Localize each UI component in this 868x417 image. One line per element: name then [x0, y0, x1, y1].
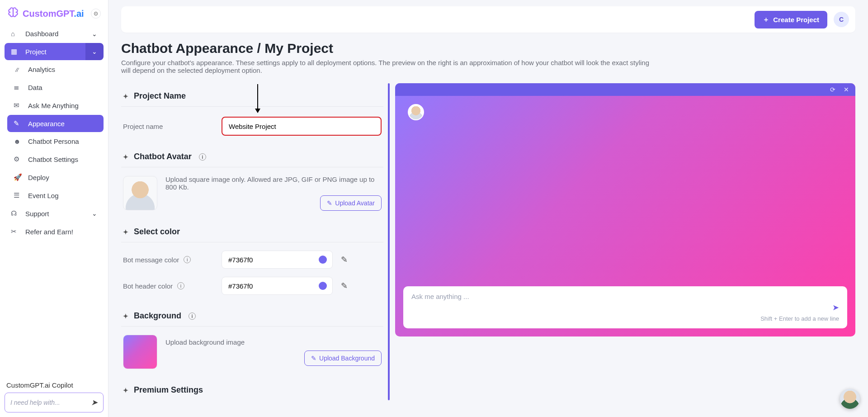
pencil-icon: ✎ — [311, 355, 316, 362]
sidebar: CustomGPT.ai ⊙ ⌂ Dashboard ⌄ ▦ Project ⌄… — [0, 0, 108, 417]
main-content: ＋ Create Project C Chatbot Appearance / … — [108, 0, 868, 417]
home-icon: ⌂ — [11, 30, 19, 38]
project-submenu: ⫽ Analytics ≣ Data ✉ Ask Me Anything ✎ A… — [5, 61, 104, 205]
sidebar-item-label: Dashboard — [25, 30, 58, 38]
edit-color-icon[interactable]: ✎ — [341, 255, 348, 265]
pencil-icon: ✎ — [327, 199, 332, 207]
chevron-down-icon: ⌄ — [92, 48, 97, 55]
sidebar-item-analytics[interactable]: ⫽ Analytics — [7, 61, 104, 78]
sidebar-item-appearance[interactable]: ✎ Appearance — [7, 115, 104, 132]
sidebar-item-label: Ask Me Anything — [28, 102, 79, 109]
copilot-input[interactable]: I need help with... ➤ — [5, 393, 104, 412]
upload-background-button[interactable]: ✎ Upload Background — [304, 351, 382, 366]
preview-input[interactable]: Ask me anything ... ➤ Shift + Enter to a… — [403, 286, 847, 328]
close-icon[interactable]: ✕ — [844, 86, 849, 93]
brand-name-1: CustomGPT — [23, 9, 74, 19]
section-select-color: ✦ Select color — [121, 222, 383, 242]
sidebar-item-label: Chatbot Settings — [28, 156, 78, 163]
project-name-label: Project name — [123, 123, 213, 130]
headphones-icon: ☊ — [11, 209, 19, 218]
rocket-icon: 🚀 — [14, 173, 22, 181]
sidebar-item-label: Project — [25, 48, 47, 56]
sparkle-icon: ✦ — [123, 93, 128, 100]
chat-icon: ✉ — [14, 101, 22, 109]
preview-header: ⟳ ✕ — [395, 83, 855, 96]
persona-icon: ☻ — [14, 137, 22, 145]
chevron-down-icon: ⌄ — [92, 30, 97, 38]
create-project-label: Create Project — [773, 16, 819, 24]
info-icon[interactable]: i — [189, 313, 196, 320]
database-icon: ≣ — [14, 83, 22, 91]
preview-hint: Shift + Enter to add a new line — [411, 315, 839, 322]
sidebar-item-label: Refer and Earn! — [25, 228, 73, 236]
send-icon[interactable]: ➤ — [91, 398, 98, 408]
chatbot-preview: ⟳ ✕ Ask me anything ... ➤ Shift + Enter … — [395, 83, 855, 336]
background-hint: Upload background image — [165, 338, 382, 346]
section-background: ✦ Background i — [121, 306, 383, 327]
scroll-indicator[interactable] — [388, 83, 390, 400]
info-icon[interactable]: i — [184, 256, 191, 263]
brand-name-2: .ai — [74, 9, 84, 19]
edit-color-icon[interactable]: ✎ — [341, 281, 348, 291]
sparkle-icon: ✦ — [123, 387, 128, 394]
section-chatbot-avatar: ✦ Chatbot Avatar i — [121, 147, 383, 167]
info-icon[interactable]: i — [177, 282, 184, 289]
chevron-down-icon: ⌄ — [92, 210, 97, 217]
archive-icon: ☰ — [14, 191, 22, 199]
sidebar-item-label: Support — [25, 210, 49, 218]
section-project-name: ✦ Project Name — [121, 86, 383, 107]
bot-message-color-label: Bot message color i — [123, 256, 213, 264]
send-icon[interactable]: ➤ — [832, 303, 839, 313]
brand-more-icon[interactable]: ⊙ — [91, 9, 101, 19]
sidebar-item-eventlog[interactable]: ☰ Event Log — [7, 187, 104, 204]
sidebar-item-label: Appearance — [28, 120, 65, 128]
avatar-hint: Upload square image only. Allowed are JP… — [165, 175, 382, 191]
clipboard-icon: ▦ — [11, 47, 19, 56]
sidebar-item-label: Event Log — [28, 192, 59, 199]
info-icon[interactable]: i — [199, 153, 206, 161]
sidebar-item-support[interactable]: ☊ Support ⌄ — [5, 205, 104, 222]
brand-brain-icon — [7, 6, 19, 21]
help-fab[interactable] — [840, 389, 860, 409]
share-icon: ✂ — [11, 227, 19, 236]
sparkle-icon: ✦ — [123, 228, 128, 236]
sidebar-item-dashboard[interactable]: ⌂ Dashboard ⌄ — [5, 25, 104, 42]
sidebar-item-label: Analytics — [28, 66, 55, 73]
sidebar-item-settings[interactable]: ⚙ Chatbot Settings — [7, 151, 104, 168]
sidebar-item-deploy[interactable]: 🚀 Deploy — [7, 169, 104, 186]
background-thumbnail — [123, 335, 157, 369]
sidebar-item-ask[interactable]: ✉ Ask Me Anything — [7, 97, 104, 114]
chart-icon: ⫽ — [14, 66, 22, 73]
sidebar-item-project[interactable]: ▦ Project ⌄ — [5, 43, 104, 60]
copilot-title: CustomGPT.ai Copilot — [5, 374, 104, 393]
annotation-arrow — [255, 84, 260, 113]
section-premium: ✦ Premium Settings — [121, 380, 383, 400]
user-avatar[interactable]: C — [834, 12, 849, 27]
sidebar-item-data[interactable]: ≣ Data — [7, 79, 104, 96]
topbar: ＋ Create Project C — [121, 6, 855, 33]
avatar-thumbnail — [123, 176, 157, 210]
color-swatch — [319, 256, 327, 264]
sidebar-item-refer[interactable]: ✂ Refer and Earn! — [5, 223, 104, 240]
bot-message-color-input[interactable] — [222, 251, 333, 269]
refresh-icon[interactable]: ⟳ — [830, 86, 835, 93]
copilot-placeholder: I need help with... — [10, 399, 60, 406]
sidebar-item-label: Deploy — [28, 174, 49, 181]
create-project-button[interactable]: ＋ Create Project — [755, 11, 827, 28]
preview-avatar — [408, 104, 424, 120]
bot-header-color-input[interactable] — [222, 277, 333, 295]
appearance-form: ✦ Project Name Project name ✦ Chatbot Av… — [121, 83, 383, 400]
brand-logo[interactable]: CustomGPT.ai ⊙ — [5, 5, 104, 25]
sparkle-icon: ✦ — [123, 153, 128, 161]
brush-icon: ✎ — [14, 119, 22, 128]
page-description: Configure your chatbot's appearance. The… — [121, 59, 655, 74]
project-name-input[interactable] — [222, 117, 382, 136]
sidebar-item-persona[interactable]: ☻ Chatbot Persona — [7, 133, 104, 150]
preview-placeholder: Ask me anything ... — [411, 293, 839, 303]
sidebar-item-label: Chatbot Persona — [28, 137, 79, 145]
color-swatch — [319, 282, 327, 290]
bot-header-color-label: Bot header color i — [123, 282, 213, 290]
upload-avatar-button[interactable]: ✎ Upload Avatar — [320, 195, 382, 211]
preview-column: ⟳ ✕ Ask me anything ... ➤ Shift + Enter … — [395, 83, 855, 336]
sparkle-icon: ✦ — [123, 313, 128, 320]
